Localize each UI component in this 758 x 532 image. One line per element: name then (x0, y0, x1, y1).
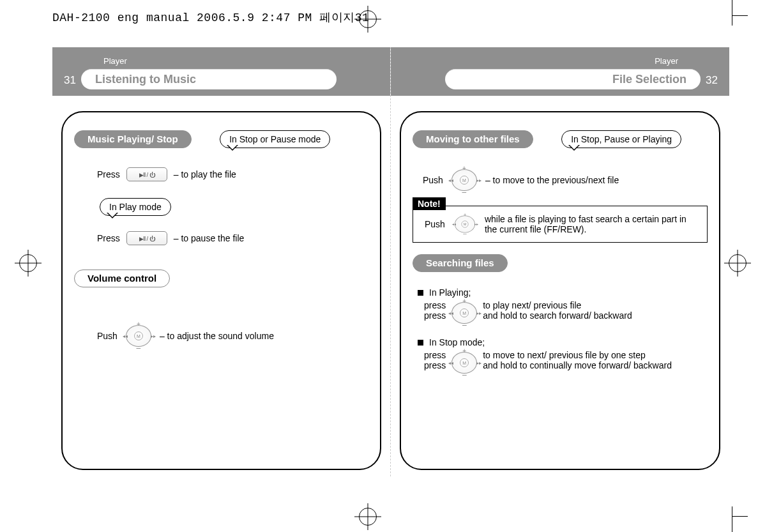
nav-pad-icon: M◂◂▸▸ (450, 167, 479, 193)
press-label: press (424, 350, 446, 360)
registration-mark-icon (729, 254, 747, 272)
instruction-suffix: – to move to the previous/next file (485, 175, 619, 185)
registration-mark-icon (359, 10, 377, 28)
instruction-text: to move to next/ previous file by one st… (483, 350, 672, 360)
mode-bubble: In Stop or Pause mode (220, 130, 330, 148)
instruction-suffix: – to adjust the sound volume (160, 331, 274, 341)
instruction-text: and hold to continually move forward/ ba… (483, 360, 672, 370)
instruction-suffix: – to pause the file (174, 233, 245, 243)
square-bullet-icon (418, 340, 423, 346)
crop-mark-icon (707, 0, 732, 26)
nav-pad-icon: M◂◂▸▸ (124, 323, 153, 349)
press-label: press (424, 310, 446, 321)
page-header: Player 31 Listening to Music (52, 47, 390, 96)
section-label: Player (655, 56, 678, 66)
instruction-line: Push M◂◂▸▸ – to adjust the sound volume (97, 323, 368, 349)
page-number: 32 (701, 74, 723, 96)
instruction-text: and hold to search forward/ backward (483, 310, 632, 321)
push-label: Push (97, 331, 117, 341)
mode-bubble: In Stop, Pause or Playing (561, 130, 681, 148)
page-title: Listening to Music (81, 69, 337, 89)
instruction-line: press press M◂◂▸▸ to move to next/ previ… (424, 350, 708, 376)
square-bullet-icon (418, 290, 423, 296)
content-card: Music Playing/ Stop In Stop or Pause mod… (61, 111, 381, 470)
instruction-line: Press – to play the file (97, 167, 368, 181)
mode-bubble: In Play mode (100, 198, 171, 216)
sub-heading: In Playing; (418, 287, 708, 298)
press-label: Press (97, 169, 120, 179)
page-right: Player File Selection 32 Moving to other… (391, 47, 729, 476)
nav-pad-icon: M◂◂▸▸ (450, 350, 479, 376)
nav-pad-icon: M◂◂▸▸ (453, 214, 477, 234)
push-label: Push (425, 219, 445, 229)
section-label: Player (103, 56, 127, 66)
page-number: 31 (59, 74, 81, 96)
section-chip: Moving to other files (413, 130, 533, 148)
instruction-line: Press – to pause the file (97, 231, 368, 245)
note-text: while a file is playing to fast search a… (485, 214, 699, 234)
note-box: Note! Push M◂◂▸▸ while a file is playing… (413, 206, 708, 243)
page-header: Player File Selection 32 (391, 47, 729, 96)
page-spread: Player 31 Listening to Music Music Playi… (52, 47, 729, 476)
page-title: File Selection (445, 69, 701, 89)
press-label: press (424, 360, 446, 370)
instruction-suffix: – to play the file (174, 169, 236, 179)
page-left: Player 31 Listening to Music Music Playi… (52, 47, 391, 476)
instruction-line: press press M◂◂▸▸ to play next/ previous… (424, 300, 708, 326)
print-meta: DAH-2100 eng manual 2006.5.9 2:47 PM 페이지… (52, 10, 369, 25)
sub-heading: In Stop mode; (418, 337, 708, 347)
content-card: Moving to other files In Stop, Pause or … (400, 111, 720, 470)
instruction-line: Push M◂◂▸▸ – to move to the previous/nex… (423, 167, 708, 193)
registration-mark-icon (359, 508, 377, 526)
registration-mark-icon (19, 254, 37, 272)
crop-mark-icon (707, 506, 732, 532)
section-chip: Volume control (74, 270, 170, 287)
note-label: Note! (413, 197, 446, 210)
instruction-text: to play next/ previous file (483, 300, 632, 310)
nav-pad-icon: M◂◂▸▸ (450, 300, 479, 326)
section-chip: Searching files (413, 254, 508, 272)
play-pause-button-icon (126, 231, 167, 245)
push-label: Push (423, 175, 443, 185)
section-chip: Music Playing/ Stop (74, 130, 192, 148)
play-pause-button-icon (126, 167, 167, 181)
press-label: press (424, 300, 446, 310)
press-label: Press (97, 233, 120, 243)
